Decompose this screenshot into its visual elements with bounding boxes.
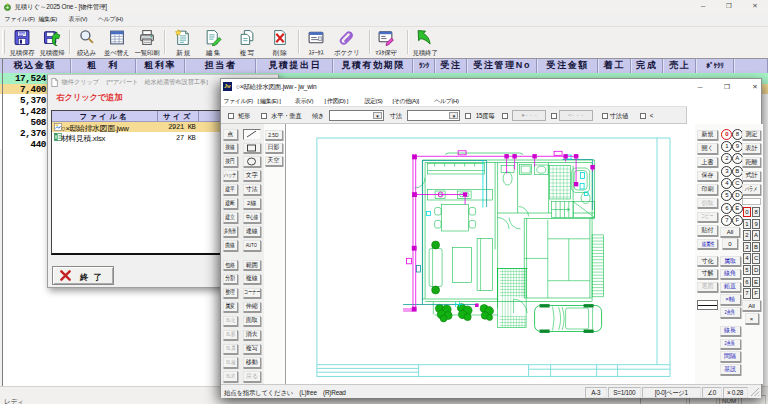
jw-tool-消去[interactable]: 消去	[243, 330, 261, 341]
jw-tool-建断[interactable]: 建断	[223, 198, 239, 209]
clip-file-row-1[interactable]: 材料見積.xlsx27 KB	[52, 132, 226, 143]
lt-checkbox[interactable]	[640, 113, 646, 119]
jw-tool-線長[interactable]: 線長	[720, 326, 741, 337]
dimension-combobox[interactable]: ▼	[407, 110, 460, 121]
toolbar-button-4[interactable]: 並べ替え	[101, 29, 133, 58]
column-header-2[interactable]: 粗利率	[136, 59, 185, 73]
jw-tool-パラメ[interactable]: パラメ	[742, 184, 761, 195]
jw-layer-7[interactable]: 7	[721, 215, 732, 226]
jw-layer-3[interactable]: 3	[721, 166, 732, 177]
jw-tool-測定[interactable]: 測定	[742, 130, 761, 141]
jw-tool-間隔[interactable]: 間隔	[720, 351, 741, 362]
column-header-9[interactable]: 受注金額	[537, 59, 598, 73]
jw-tool-中心線[interactable]: 中心線	[243, 212, 261, 223]
jw-layer-zero-button[interactable]: 0	[722, 238, 738, 249]
jw-tool-BL化[interactable]: BL化	[223, 316, 239, 327]
main-minimize-button[interactable]: ─	[696, 0, 710, 12]
jw-menu-3[interactable]: [ 作図(D) ]	[325, 97, 348, 106]
jw-tool-2点角[interactable]: 2点角	[720, 307, 741, 318]
combo-arrow-icon[interactable]: ▼	[373, 112, 382, 120]
column-header-14[interactable]	[734, 59, 768, 73]
jw-tool-BL属[interactable]: BL属	[223, 344, 239, 355]
jw-tool-連線[interactable]: 連線	[243, 226, 261, 237]
column-header-12[interactable]: 売上	[663, 59, 696, 73]
jw-layer-4[interactable]: 4	[721, 178, 732, 189]
toolbar-button-12[interactable]: ｽﾃｰﾀｽ	[300, 29, 332, 58]
jw-group-1[interactable]: 1	[743, 219, 752, 229]
column-header-13[interactable]: ﾎﾟｹｸﾘ	[696, 59, 734, 73]
toolbar-button-17[interactable]: 見積終了	[409, 29, 441, 58]
jw-layer-2[interactable]: 2	[721, 153, 732, 164]
jw-menu-6[interactable]: ヘルプ(H)	[434, 97, 458, 106]
jw-tool-開く[interactable]: 開く	[697, 143, 718, 154]
column-header-11[interactable]: 完成	[631, 59, 664, 73]
column-header-1[interactable]: 粗 利	[71, 59, 136, 73]
jw-tool-コピー[interactable]: コピー	[697, 212, 718, 223]
jw-group-x-button[interactable]: ×	[745, 313, 759, 324]
column-header-0[interactable]: 税込金額	[0, 59, 71, 73]
jw-group-5[interactable]: 5	[743, 265, 752, 275]
jw-tool-整理[interactable]: 整理	[223, 288, 239, 299]
jw-tool-上書[interactable]: 上書	[697, 157, 718, 168]
jw-group-7[interactable]: 7	[743, 288, 752, 298]
column-header-3[interactable]: 担当者	[185, 59, 257, 73]
jw-tool-接円[interactable]: 接円	[223, 156, 239, 167]
jw-tool-接線[interactable]: 接線	[223, 143, 239, 154]
jw-tool-基設[interactable]: 基設	[720, 364, 741, 375]
main-menu-help[interactable]: ヘルプ(H)	[98, 15, 123, 24]
main-maximize-button[interactable]: ❐	[722, 0, 736, 12]
jw-tool-保存[interactable]: 保存	[697, 171, 718, 182]
jw-layer-1[interactable]: 1	[721, 141, 732, 152]
jw-tool-建平[interactable]: 建平	[223, 184, 239, 195]
jw-tool-寸化[interactable]: 寸化	[697, 256, 718, 267]
jw-tool-属取[interactable]: 属取	[720, 256, 741, 267]
jw-layer-0[interactable]: 0	[721, 129, 732, 140]
close-dialog-button[interactable]: 終了	[52, 266, 114, 286]
jw-tool-2点長[interactable]: 2点長	[720, 339, 741, 350]
jw-tool-分割[interactable]: 分割	[223, 274, 239, 285]
column-header-5[interactable]: 見積有効期限	[333, 59, 413, 73]
resize-grip-icon[interactable]	[750, 387, 760, 397]
jw-tool-曲線[interactable]: 曲線	[223, 240, 239, 251]
jw-tool-寸法[interactable]: 寸法	[243, 184, 261, 195]
arrow-line-checkbox[interactable]	[551, 113, 557, 119]
jw-menu-0[interactable]: ファイル(F)	[223, 97, 252, 106]
jw-tool-表計[interactable]: 表計	[742, 143, 761, 154]
jw-group-2[interactable]: 2	[743, 230, 752, 240]
jw-tool-戻る[interactable]: 戻る	[243, 371, 261, 382]
jw-tool-多角形[interactable]: 多角形	[223, 226, 239, 237]
toolbar-button-5[interactable]: 一覧印刷	[131, 29, 163, 58]
jw-group-3[interactable]: 3	[743, 242, 752, 252]
jw-tool-BL解[interactable]: BL解	[223, 330, 239, 341]
jw-tool-移動[interactable]: 移動	[243, 357, 261, 368]
toolbar-button-1[interactable]: 見積復帰	[36, 29, 68, 58]
jw-layer-6[interactable]: 6	[721, 203, 732, 214]
jw-drawing-canvas[interactable]	[286, 124, 694, 385]
main-menu-edit[interactable]: 編集(E)	[39, 15, 58, 24]
jw-menu-1[interactable]: [ 編集(E) ]	[258, 97, 281, 106]
jw-tool-点[interactable]: 点	[223, 129, 239, 140]
toolbar-button-13[interactable]: ポケクリ	[331, 29, 363, 58]
jw-tool-印刷[interactable]: 印刷	[697, 184, 718, 195]
jw-tool-線属性[interactable]: 線属性	[697, 239, 718, 250]
column-header-4[interactable]: 見積提出日	[256, 59, 333, 73]
toolbar-button-9[interactable]: 複 写	[231, 29, 263, 58]
jw-group-F[interactable]: F	[752, 288, 761, 298]
jw-tool-／[interactable]	[243, 129, 261, 140]
main-close-button[interactable]: ✕	[748, 0, 762, 12]
jw-tool-2.5D[interactable]: 2.5D	[265, 130, 283, 140]
column-header-6[interactable]: ﾗﾝｸ	[413, 59, 435, 73]
jw-tool-寸解[interactable]: 寸解	[697, 269, 718, 280]
toolbar-button-3[interactable]: 絞込み	[71, 29, 103, 58]
column-header-10[interactable]: 着工	[598, 59, 630, 73]
jw-tool-鉛直[interactable]: 鉛直	[720, 282, 741, 293]
jw-menu-2[interactable]: 表示(V)	[295, 97, 313, 106]
dot-line-checkbox[interactable]	[502, 113, 508, 119]
jw-menu-4[interactable]: 設定(S)	[364, 97, 382, 106]
combo-arrow-icon[interactable]: ▼	[449, 112, 458, 120]
jw-tool-伸縮[interactable]: 伸縮	[243, 302, 261, 313]
jw-layer-all-button[interactable]: All	[720, 227, 740, 238]
jw-tool-複写[interactable]: 複写	[243, 344, 261, 355]
jw-menu-5[interactable]: [その他(A)]	[392, 97, 418, 106]
toolbar-button-15[interactable]: ﾏｽﾀ保守	[370, 29, 402, 58]
